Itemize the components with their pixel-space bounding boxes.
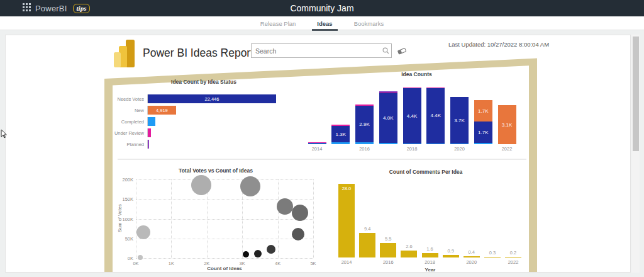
status-bar[interactable] — [148, 140, 149, 149]
comments-bar[interactable] — [380, 243, 396, 257]
scatter-point[interactable] — [254, 250, 262, 257]
comments-bar[interactable] — [338, 184, 355, 257]
x-tick-label: 2K — [197, 261, 216, 266]
bar-track — [147, 117, 296, 126]
x-axis-label: Year — [336, 267, 525, 273]
x-tick-label: 4K — [269, 261, 287, 266]
status-bar[interactable]: 4,919 — [148, 106, 176, 115]
x-tick-label: 2016 — [375, 259, 401, 265]
chart-title: Idea Counts — [303, 71, 531, 77]
tab-release-plan[interactable]: Release Plan — [254, 16, 303, 30]
bar-track: 4,919 — [147, 106, 296, 115]
column-segment[interactable]: 3.7K — [450, 97, 469, 144]
x-tick-label: 2016 — [352, 146, 377, 152]
column-segment[interactable] — [403, 88, 421, 88]
comments-bar[interactable] — [505, 257, 521, 257]
scatter-point[interactable] — [136, 225, 150, 239]
search-icon[interactable] — [380, 47, 391, 54]
comments-bar[interactable] — [422, 253, 438, 257]
x-tick-label: 2014 — [334, 259, 359, 265]
x-tick-label: 1K — [162, 261, 180, 266]
column-segment[interactable] — [403, 144, 421, 144]
status-bar[interactable]: 22,446 — [148, 94, 276, 103]
segment-data-label: 2.9K — [359, 122, 369, 127]
status-row: New4,919 — [112, 105, 296, 116]
vertical-scrollbar[interactable] — [631, 35, 640, 273]
y-tick-label: 150K — [112, 196, 133, 202]
comments-bar[interactable] — [464, 256, 480, 257]
scatter-point[interactable] — [138, 255, 143, 260]
column-segment[interactable] — [308, 143, 326, 144]
gridline — [136, 219, 313, 220]
column-segment[interactable] — [379, 91, 397, 92]
column-segment[interactable] — [474, 143, 492, 144]
segment-data-label: 1.3K — [336, 132, 346, 137]
column-segment[interactable]: 1.3K — [331, 126, 350, 142]
search-input[interactable] — [252, 47, 380, 55]
comments-bar[interactable] — [443, 255, 459, 257]
topbar: PowerBItips Community Jam — [0, 0, 644, 16]
eraser-icon[interactable] — [397, 47, 407, 55]
column-segment[interactable] — [426, 144, 445, 144]
bar-data-label: 22,446 — [205, 96, 219, 102]
scatter-point[interactable] — [267, 245, 275, 254]
report-title: Power BI Ideas Report — [143, 47, 253, 60]
column-segment[interactable]: 1.7K — [474, 122, 492, 143]
column-segment[interactable]: 4.4K — [426, 88, 445, 144]
status-bar-rows: Needs Votes22,446New4,919CompletedUnder … — [112, 93, 296, 150]
scatter-point[interactable] — [243, 251, 249, 257]
comments-bar[interactable] — [359, 233, 375, 257]
bar-track — [147, 140, 296, 149]
chart-title: Count of Comments Per Idea — [319, 169, 532, 175]
status-row: Needs Votes22,446 — [112, 93, 296, 105]
category-label: Needs Votes — [112, 96, 147, 102]
status-row: Under Review — [112, 127, 296, 138]
gridline — [136, 179, 313, 180]
column-segment[interactable]: 3.1K — [498, 105, 516, 144]
chart-idea-counts: Idea Counts 20141.3K2.9K20164.0K4.4K2018… — [303, 67, 531, 159]
column-segment[interactable]: 1.7K — [474, 100, 492, 122]
scatter-point[interactable] — [191, 175, 211, 195]
y-tick-label: 200K — [112, 177, 133, 183]
tab-bookmarks[interactable]: Bookmarks — [348, 16, 391, 30]
column-segment[interactable] — [450, 144, 469, 144]
column-segment[interactable]: 4.0K — [379, 93, 397, 143]
column-segment[interactable] — [355, 105, 374, 106]
segment-data-label: 1.7K — [478, 130, 488, 135]
tab-ideas[interactable]: Ideas — [311, 16, 338, 30]
scrollbar-thumb[interactable] — [633, 37, 639, 151]
category-label: New — [112, 108, 147, 113]
status-bar[interactable] — [148, 128, 151, 137]
column-segment[interactable] — [355, 142, 374, 144]
x-tick-label: 3K — [233, 261, 252, 266]
gridline — [136, 239, 313, 239]
app-title: Community Jam — [0, 0, 644, 16]
x-axis-label: Count of Ideas — [136, 266, 313, 271]
status-bar[interactable] — [148, 117, 155, 126]
comments-bar[interactable] — [401, 251, 417, 257]
bar-data-label: 9.4 — [355, 226, 380, 232]
column-segment[interactable] — [331, 142, 350, 144]
stacked-bar-plot: 20141.3K2.9K20164.0K4.4K20184.4K3.7K2020… — [308, 82, 521, 144]
column-segment[interactable] — [426, 88, 445, 88]
comments-bar-plot: 28.020149.45.520162.61.620180.90.420200.… — [319, 179, 532, 257]
scatter-point[interactable] — [292, 228, 304, 240]
column-segment[interactable] — [331, 125, 350, 126]
x-tick-label: 2018 — [418, 259, 443, 265]
chart-title: Total Votes vs Count of Ideas — [112, 167, 319, 174]
column-segment[interactable]: 4.4K — [403, 88, 421, 144]
column-segment[interactable] — [379, 143, 397, 144]
column-segment[interactable]: 2.9K — [355, 106, 374, 142]
segment-data-label: 4.0K — [383, 115, 393, 121]
search-box — [251, 43, 392, 58]
x-tick-label: 2022 — [494, 146, 519, 152]
chart-votes-vs-ideas: Total Votes vs Count of Ideas Sum of Vot… — [112, 163, 319, 271]
column-segment[interactable] — [308, 142, 326, 143]
comments-bar[interactable] — [484, 257, 501, 257]
x-tick-label: 2022 — [501, 259, 526, 265]
scatter-point[interactable] — [277, 198, 293, 215]
mouse-cursor — [1, 129, 8, 142]
scatter-point[interactable] — [240, 176, 260, 196]
bar-data-label: 0.2 — [501, 250, 526, 256]
chart-comments-per-idea: Count of Comments Per Idea 28.020149.45.… — [319, 163, 532, 271]
